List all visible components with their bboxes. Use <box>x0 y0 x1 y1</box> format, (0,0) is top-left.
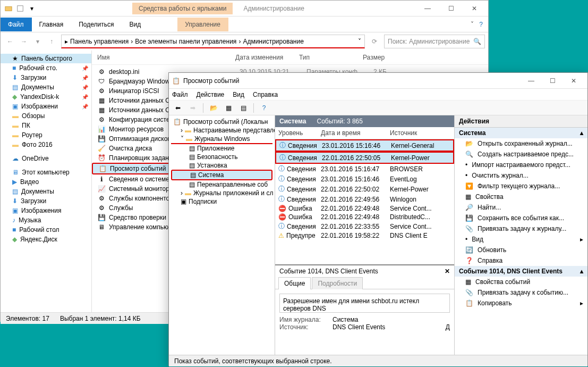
menu-help[interactable]: Справка <box>253 91 278 98</box>
action-item[interactable]: ▦Свойства событий <box>455 277 587 287</box>
show-hide-tree-icon[interactable]: 📂 <box>208 102 219 114</box>
sidebar-item[interactable]: ▬ПК <box>1 121 91 130</box>
forward-button[interactable]: → <box>18 35 30 48</box>
tree-root[interactable]: 📋Просмотр событий (Локальн <box>171 118 272 126</box>
tab-manage[interactable]: Управление <box>177 18 228 31</box>
action-item[interactable]: 🔄Обновить <box>455 245 587 255</box>
col-size[interactable]: Размер <box>363 54 385 61</box>
sidebar-item[interactable]: ◆YandexDisk-k📌 <box>1 92 91 102</box>
tree-log-system[interactable]: ▤Система <box>171 170 272 180</box>
breadcrumb-dropdown-icon[interactable]: ˅ <box>358 38 361 45</box>
col-type[interactable]: Тип <box>299 54 363 61</box>
search-input[interactable]: Поиск: Администрирование 🔍 <box>384 35 485 48</box>
sidebar-quick-access[interactable]: ★Панель быстрого <box>1 54 91 63</box>
action-item[interactable]: •Импорт настраиваемого предст... <box>455 160 587 170</box>
search-icon[interactable]: 🔍 <box>473 38 481 45</box>
event-row[interactable]: ⓘСведения22.01.2016 22:33:55Service Cont… <box>275 221 454 231</box>
sidebar-item[interactable]: ▣Изображения <box>1 206 91 215</box>
actions-section-system[interactable]: Система▴ <box>455 128 587 138</box>
forward-icon[interactable]: ➡ <box>187 102 199 114</box>
menu-view[interactable]: Вид <box>233 91 244 98</box>
event-row[interactable]: ⓘСведения23.01.2016 15:16:47BROWSER <box>275 164 454 174</box>
sidebar-item[interactable]: ▤Документы <box>1 187 91 196</box>
properties-icon[interactable]: ▤ <box>237 102 249 114</box>
col-date[interactable]: Дата изменения <box>235 54 299 61</box>
actions-section-event[interactable]: Событие 1014, DNS Client Events▴ <box>455 266 587 277</box>
help-icon[interactable]: ? <box>258 102 270 114</box>
expand-ribbon-icon[interactable]: ˅ <box>471 21 474 28</box>
maximize-button[interactable]: ☐ <box>440 1 462 16</box>
sidebar-item[interactable]: ⬇Загрузки📌 <box>1 73 91 82</box>
action-item[interactable]: 💾Сохранить все события как... <box>455 213 587 223</box>
sidebar-thispc[interactable]: 🖥Этот компьютер <box>1 168 91 177</box>
close-detail-icon[interactable]: ✕ <box>445 268 450 275</box>
help-icon[interactable]: ? <box>479 21 483 28</box>
sidebar-item[interactable]: ▤Документы📌 <box>1 82 91 92</box>
event-row[interactable]: ⓘСведения23.01.2016 15:16:46EventLog <box>275 174 454 184</box>
breadcrumb-root-icon[interactable]: ▸ <box>65 38 68 45</box>
sidebar-item[interactable]: ♪Музыка <box>1 215 91 225</box>
event-row[interactable]: ⓘСведения22.01.2016 22:49:56Winlogon <box>275 194 454 204</box>
event-row[interactable]: ⚠Предупре22.01.2016 19:58:22DNS Client E <box>275 231 454 240</box>
tree-log-forwarded[interactable]: ▤Перенаправленные соб <box>171 180 272 189</box>
view-icon[interactable]: ▦ <box>223 102 234 114</box>
tab-share[interactable]: Поделиться <box>71 18 122 31</box>
event-row[interactable]: ⓘСведения23.01.2016 15:16:46Kernel-Gener… <box>275 139 454 152</box>
action-item[interactable]: 📋Копировать▸ <box>455 298 587 308</box>
tree-subscriptions[interactable]: ▣Подписки <box>171 197 272 206</box>
sidebar-item[interactable]: ▬Фото 2016 <box>1 140 91 149</box>
event-row[interactable]: ⛔Ошибка22.01.2016 22:49:48Service Cont..… <box>275 204 454 213</box>
qat-dropdown-icon[interactable]: ▾ <box>27 4 37 13</box>
action-item[interactable]: 📂Открыть сохраненный журнал... <box>455 138 587 149</box>
back-button[interactable]: ← <box>4 35 16 48</box>
sidebar-item[interactable]: ◆Яндекс.Диск <box>1 235 91 244</box>
sidebar-item[interactable]: ⬇Загрузки <box>1 196 91 206</box>
tree-app-logs[interactable]: ›▬Журналы приложений и сл <box>171 189 272 197</box>
action-item[interactable]: 📎Привязать задачу к событию... <box>455 287 587 298</box>
col-datetime[interactable]: Дата и время <box>321 129 390 137</box>
refresh-button[interactable]: ⟳ <box>368 35 381 48</box>
tree-log-application[interactable]: ▤Приложение <box>171 144 272 153</box>
event-row[interactable]: ⓘСведения22.01.2016 22:50:02Kernel-Power <box>275 184 454 194</box>
sidebar-item[interactable]: ▬Роутер <box>1 130 91 140</box>
action-item[interactable]: 📎Привязать задачу к журналу... <box>455 223 587 234</box>
tree-log-setup[interactable]: ▤Установка <box>171 161 272 170</box>
tab-details[interactable]: Подробности <box>312 277 363 289</box>
action-item[interactable]: ▦Свойства <box>455 191 587 202</box>
close-button[interactable]: ✕ <box>464 1 485 16</box>
col-source[interactable]: Источник <box>390 129 451 137</box>
tab-general[interactable]: Общие <box>278 277 311 289</box>
action-item[interactable]: ❓Справка <box>455 255 587 266</box>
minimize-button[interactable]: — <box>521 73 542 88</box>
properties-icon[interactable] <box>15 4 25 13</box>
tree-custom-views[interactable]: ›▬Настраиваемые представле <box>171 126 272 135</box>
back-icon[interactable]: ⬅ <box>172 102 184 114</box>
sidebar-item[interactable]: ■Рабочий стол <box>1 225 91 235</box>
event-row[interactable]: ⛔Ошибка22.01.2016 22:49:48DistributedC..… <box>275 213 454 221</box>
sidebar-item[interactable]: ▣Изображени📌 <box>1 102 91 111</box>
col-level[interactable]: Уровень <box>278 129 321 137</box>
action-item[interactable]: 🔽Фильтр текущего журнала... <box>455 181 587 191</box>
sidebar-item[interactable]: ■Рабочий сто.📌 <box>1 63 91 73</box>
close-button[interactable]: ✕ <box>563 73 584 88</box>
tab-file[interactable]: Файл <box>1 18 32 31</box>
up-button[interactable]: ↑ <box>45 35 58 48</box>
history-dropdown[interactable]: ▾ <box>31 35 44 48</box>
tree-windows-logs[interactable]: ˅▬Журналы Windows <box>171 135 272 144</box>
menu-file[interactable]: Файл <box>172 91 188 98</box>
tree-log-security[interactable]: ▤Безопасность <box>171 153 272 161</box>
menu-action[interactable]: Действие <box>197 91 225 98</box>
action-item[interactable]: 🔍Создать настраиваемое предс... <box>455 149 587 160</box>
sidebar-item[interactable]: ▬Обзоры <box>1 111 91 121</box>
tab-home[interactable]: Главная <box>32 18 72 31</box>
sidebar-item[interactable]: ▶Видео <box>1 177 91 187</box>
maximize-button[interactable]: ☐ <box>542 73 563 88</box>
action-item[interactable]: •Вид▸ <box>455 234 587 245</box>
action-item[interactable]: 🔎Найти... <box>455 202 587 213</box>
action-item[interactable]: •Очистить журнал... <box>455 170 587 181</box>
sidebar-onedrive[interactable]: ☁OneDrive <box>1 154 91 163</box>
col-name[interactable]: Имя <box>97 54 235 61</box>
tab-view[interactable]: Вид <box>122 18 149 31</box>
minimize-button[interactable]: — <box>417 1 438 16</box>
breadcrumb[interactable]: ▸ Панель управления › Все элементы панел… <box>61 35 365 48</box>
